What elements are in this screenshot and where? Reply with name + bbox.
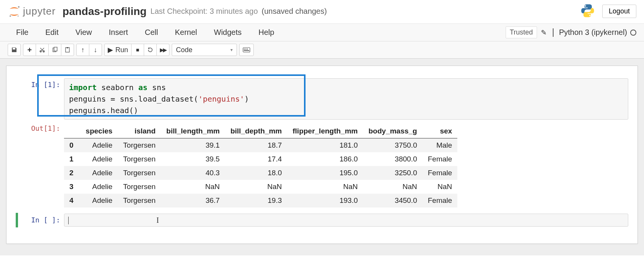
move-down-button[interactable]: ↓ — [89, 44, 102, 56]
table-header: body_mass_g — [363, 124, 422, 138]
svg-point-2 — [18, 15, 19, 16]
trusted-badge[interactable]: Trusted — [506, 26, 537, 38]
cut-button[interactable] — [36, 44, 49, 56]
unsaved-text: (unsaved changes) — [262, 7, 327, 16]
in-prompt: In [ ]: — [18, 214, 64, 224]
kernel-indicator-icon — [630, 30, 636, 36]
kernel-name[interactable]: Python 3 (ipykernel) — [550, 28, 636, 37]
table-header: sex — [422, 124, 457, 138]
table-header: bill_length_mm — [161, 124, 225, 138]
save-button[interactable] — [8, 44, 21, 56]
svg-point-4 — [589, 15, 590, 16]
logout-button[interactable]: Logout — [602, 5, 636, 18]
interrupt-button[interactable]: ■ — [131, 44, 144, 56]
run-button[interactable]: ▶ Run — [104, 44, 131, 56]
table-row: 1AdelieTorgersen39.517.4186.03800.0Femal… — [64, 152, 457, 166]
restart-button[interactable] — [144, 44, 157, 56]
command-palette-button[interactable] — [239, 44, 254, 56]
notebook-title[interactable]: pandas-profiling — [62, 5, 146, 18]
menu-widgets[interactable]: Widgets — [205, 25, 250, 40]
notebook-container: In [1]: import seaborn as sns penguins =… — [0, 59, 644, 255]
svg-point-3 — [585, 5, 586, 7]
cell-type-value: Code — [176, 46, 192, 54]
menu-help[interactable]: Help — [250, 25, 283, 40]
restart-run-all-button[interactable]: ▶▶ — [156, 44, 169, 56]
cell-type-select[interactable]: Code ▾ — [172, 44, 237, 56]
menu-kernel[interactable]: Kernel — [166, 25, 205, 40]
paste-button[interactable] — [61, 44, 74, 56]
python-icon — [580, 3, 595, 20]
table-header: island — [118, 124, 161, 138]
kernel-name-text: Python 3 (ipykernel) — [559, 28, 627, 37]
chevron-down-icon: ▾ — [230, 47, 233, 53]
table-row: 0AdelieTorgersen39.118.7181.03750.0Male — [64, 138, 457, 153]
table-header: bill_depth_mm — [225, 124, 287, 138]
menu-edit[interactable]: Edit — [37, 25, 67, 40]
code-input[interactable]: import seaborn as sns penguins = sns.loa… — [64, 78, 628, 120]
checkpoint-text: Last Checkpoint: 3 minutes ago — [150, 7, 258, 16]
out-prompt: Out[1]: — [18, 122, 64, 132]
svg-rect-8 — [54, 47, 57, 51]
svg-rect-14 — [245, 49, 246, 49]
menu-cell[interactable]: Cell — [136, 25, 166, 40]
svg-point-1 — [10, 15, 11, 17]
table-row: 2AdelieTorgersen40.318.0195.03250.0Femal… — [64, 166, 457, 180]
svg-rect-11 — [243, 48, 250, 52]
menu-insert[interactable]: Insert — [100, 25, 136, 40]
code-cell-2[interactable]: In [ ]: I — [16, 213, 628, 227]
jupyter-icon — [8, 5, 21, 18]
in-prompt: In [1]: — [18, 78, 64, 89]
toolbar: + ↑ ↓ ▶ Run ■ ▶▶ Code ▾ — [0, 41, 644, 59]
svg-rect-15 — [247, 49, 248, 49]
table-row: 4AdelieTorgersen36.719.3193.03450.0Femal… — [64, 194, 457, 207]
svg-rect-10 — [67, 47, 68, 48]
text-cursor-icon: I — [156, 216, 159, 225]
svg-rect-12 — [244, 50, 249, 51]
output-area: speciesislandbill_length_mmbill_depth_mm… — [64, 122, 628, 207]
move-up-button[interactable]: ↑ — [76, 44, 89, 56]
code-input[interactable]: I — [64, 214, 628, 227]
edit-icon[interactable]: ✎ — [541, 28, 547, 37]
insert-below-button[interactable]: + — [23, 44, 36, 56]
dataframe-table: speciesislandbill_length_mmbill_depth_mm… — [64, 124, 457, 207]
copy-button[interactable] — [48, 44, 61, 56]
svg-rect-13 — [244, 49, 245, 49]
run-label: Run — [115, 46, 128, 54]
menu-view[interactable]: View — [67, 25, 100, 40]
play-icon: ▶ — [108, 46, 113, 54]
table-row: 3AdelieTorgersenNaNNaNNaNNaNNaN — [64, 180, 457, 194]
text-caret — [68, 217, 69, 224]
menu-file[interactable]: File — [8, 25, 37, 40]
svg-point-0 — [18, 6, 20, 7]
menubar: FileEditViewInsertCellKernelWidgetsHelp … — [0, 24, 644, 41]
jupyter-logo[interactable]: jupyter — [8, 5, 56, 18]
code-cell-1[interactable]: In [1]: import seaborn as sns penguins =… — [16, 77, 628, 208]
notebook-header: jupyter pandas-profiling Last Checkpoint… — [0, 0, 644, 24]
table-header — [64, 124, 80, 138]
notebook: In [1]: import seaborn as sns penguins =… — [6, 66, 638, 244]
jupyter-logo-text: jupyter — [23, 5, 56, 17]
table-header: species — [80, 124, 118, 138]
table-header: flipper_length_mm — [287, 124, 363, 138]
